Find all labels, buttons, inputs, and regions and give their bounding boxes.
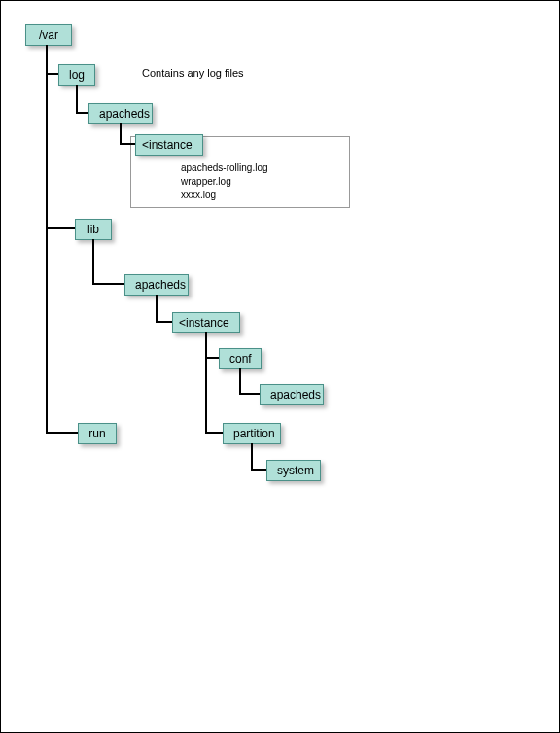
line bbox=[46, 432, 78, 434]
node-system: system bbox=[266, 460, 321, 481]
line bbox=[46, 45, 48, 74]
line bbox=[156, 321, 172, 323]
line bbox=[239, 393, 260, 395]
node-log: log bbox=[58, 64, 95, 86]
node-run: run bbox=[78, 423, 117, 444]
line bbox=[76, 112, 88, 114]
node-log-instance: <instance bbox=[135, 134, 203, 156]
line bbox=[205, 432, 223, 434]
line bbox=[46, 74, 48, 432]
log-file-3: xxxx.log bbox=[181, 190, 216, 200]
line bbox=[205, 332, 207, 433]
line bbox=[120, 123, 122, 144]
line bbox=[156, 295, 158, 322]
line bbox=[251, 469, 266, 471]
node-conf-apacheds: apacheds bbox=[260, 384, 324, 405]
log-file-1: apacheds-rolling.log bbox=[181, 162, 268, 173]
node-lib-instance: <instance bbox=[172, 312, 240, 333]
node-conf: conf bbox=[219, 348, 262, 369]
line bbox=[120, 143, 135, 145]
line bbox=[251, 443, 253, 470]
node-log-apacheds: apacheds bbox=[88, 103, 153, 124]
node-var: /var bbox=[25, 24, 72, 46]
line bbox=[76, 85, 78, 113]
log-note: Contains any log files bbox=[142, 67, 244, 79]
line bbox=[92, 239, 94, 284]
node-partition: partition bbox=[223, 423, 281, 444]
diagram-frame: /var log Contains any log files apacheds… bbox=[0, 0, 560, 733]
log-file-2: wrapper.log bbox=[181, 176, 231, 187]
node-lib: lib bbox=[75, 219, 112, 240]
node-lib-apacheds: apacheds bbox=[124, 274, 189, 296]
line bbox=[205, 357, 219, 359]
line bbox=[92, 283, 124, 285]
line bbox=[239, 368, 241, 394]
line bbox=[46, 227, 75, 229]
